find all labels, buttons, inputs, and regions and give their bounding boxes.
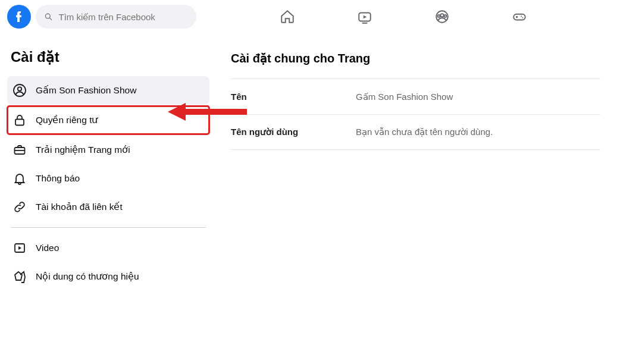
sidebar-item-privacy[interactable]: Quyền riêng tư xyxy=(7,106,209,134)
svg-point-6 xyxy=(437,15,440,17)
facebook-icon xyxy=(12,10,26,24)
svg-rect-15 xyxy=(15,120,24,125)
svg-point-5 xyxy=(440,14,443,17)
video-icon xyxy=(12,240,27,256)
setting-row-username[interactable]: Tên người dùng Bạn vẫn chưa đặt tên ngườ… xyxy=(231,114,600,150)
sidebar-divider xyxy=(11,227,206,228)
main-content: Cài đặt chung cho Trang Tên Gấm Son Fash… xyxy=(214,33,617,298)
top-bar xyxy=(0,0,617,33)
gaming-icon xyxy=(512,9,527,24)
sidebar-item-linked-accounts[interactable]: Tài khoản đã liên kết xyxy=(7,193,209,221)
svg-rect-8 xyxy=(513,14,525,20)
svg-point-14 xyxy=(18,87,21,90)
setting-label: Tên người dùng xyxy=(231,127,356,137)
svg-point-11 xyxy=(521,15,522,17)
sidebar-title: Cài đặt xyxy=(11,49,209,65)
briefcase-icon xyxy=(12,142,27,158)
sidebar-item-label: Gấm Son Fashion Show xyxy=(36,85,136,96)
sidebar-item-label: Trải nghiệm Trang mới xyxy=(36,145,130,155)
svg-line-1 xyxy=(50,18,52,20)
sidebar-item-label: Quyền riêng tư xyxy=(36,115,98,125)
sidebar-item-new-page-experience[interactable]: Trải nghiệm Trang mới xyxy=(7,136,209,164)
search-bar[interactable] xyxy=(36,5,196,29)
watch-icon xyxy=(357,9,372,24)
nav-watch[interactable] xyxy=(353,5,377,29)
sidebar-item-video[interactable]: Video xyxy=(7,234,209,262)
user-icon xyxy=(12,83,27,98)
facebook-logo[interactable] xyxy=(7,5,31,29)
sidebar-item-page[interactable]: Gấm Son Fashion Show xyxy=(7,76,209,105)
nav-groups[interactable] xyxy=(430,5,454,29)
nav-home[interactable] xyxy=(275,5,299,29)
nav-gaming[interactable] xyxy=(508,5,531,29)
search-input[interactable] xyxy=(57,11,188,23)
setting-value: Gấm Son Fashion Show xyxy=(356,92,453,102)
search-icon xyxy=(44,12,52,21)
sidebar-item-label: Tài khoản đã liên kết xyxy=(36,202,123,212)
lock-icon xyxy=(12,112,27,128)
sidebar: Cài đặt Gấm Son Fashion Show Quyền riêng… xyxy=(0,33,214,298)
page-settings-heading: Cài đặt chung cho Trang xyxy=(231,51,600,65)
svg-point-0 xyxy=(45,14,50,18)
sidebar-item-label: Video xyxy=(36,243,59,253)
bell-icon xyxy=(12,171,27,186)
setting-value: Bạn vẫn chưa đặt tên người dùng. xyxy=(356,127,493,137)
home-icon xyxy=(280,9,295,24)
branded-icon xyxy=(12,269,27,284)
setting-label: Tên xyxy=(231,92,356,102)
sidebar-item-label: Thông báo xyxy=(36,173,80,184)
sidebar-item-notifications[interactable]: Thông báo xyxy=(7,164,209,193)
svg-point-12 xyxy=(522,17,523,18)
link-icon xyxy=(12,199,27,215)
svg-point-7 xyxy=(444,15,446,17)
top-nav xyxy=(196,5,610,29)
sidebar-item-label: Nội dung có thương hiệu xyxy=(36,271,139,282)
setting-row-name[interactable]: Tên Gấm Son Fashion Show xyxy=(231,79,600,114)
groups-icon xyxy=(434,9,450,24)
sidebar-item-branded-content[interactable]: Nội dung có thương hiệu xyxy=(7,262,209,291)
